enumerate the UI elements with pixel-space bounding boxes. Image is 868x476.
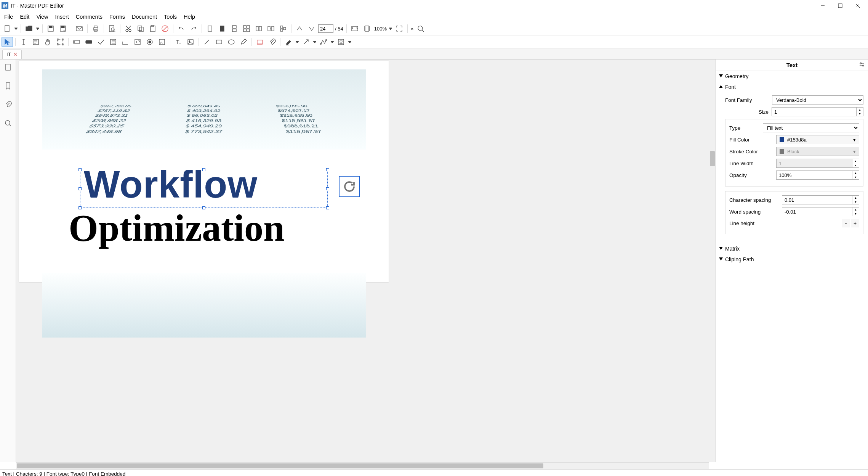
rotate-handle[interactable] bbox=[339, 176, 360, 197]
fill-color-button[interactable]: #153d8a▾ bbox=[776, 135, 859, 144]
print-icon[interactable] bbox=[90, 24, 101, 34]
resize-handle-b[interactable] bbox=[202, 206, 205, 209]
resize-handle-l[interactable] bbox=[78, 187, 82, 190]
radio-icon[interactable] bbox=[144, 37, 155, 47]
menu-file[interactable]: File bbox=[1, 12, 16, 21]
resize-handle-bl[interactable] bbox=[78, 206, 82, 209]
tab-close-icon[interactable]: ✕ bbox=[13, 51, 18, 57]
new-file-icon[interactable] bbox=[2, 24, 13, 34]
arrow-tool-icon[interactable] bbox=[300, 37, 312, 47]
open-folder-icon[interactable] bbox=[23, 24, 35, 34]
email-icon[interactable] bbox=[74, 24, 85, 34]
organize-icon[interactable] bbox=[277, 24, 289, 34]
vertical-scrollbar[interactable] bbox=[709, 60, 716, 462]
selection-box[interactable] bbox=[80, 170, 328, 208]
edit-object-icon[interactable] bbox=[54, 37, 66, 47]
font-family-select[interactable]: Verdana-Bold bbox=[772, 95, 863, 105]
resize-handle-tr[interactable] bbox=[326, 168, 329, 171]
text-cursor-icon[interactable] bbox=[18, 37, 29, 47]
single-page-icon[interactable] bbox=[204, 24, 216, 34]
pages-panel-icon[interactable] bbox=[4, 63, 12, 72]
combobox-icon[interactable] bbox=[120, 37, 131, 47]
highlight-dropdown[interactable] bbox=[295, 40, 299, 43]
link-tool-icon[interactable] bbox=[254, 37, 266, 47]
rectangle-tool-icon[interactable] bbox=[213, 37, 225, 47]
text-field-icon[interactable] bbox=[71, 37, 82, 47]
text-optimization[interactable]: Optimization bbox=[69, 206, 285, 250]
word-spacing-input[interactable] bbox=[782, 207, 852, 216]
line-height-increase[interactable]: + bbox=[851, 219, 859, 227]
pencil-tool-icon[interactable] bbox=[238, 37, 249, 47]
polyline-dropdown[interactable] bbox=[330, 40, 335, 43]
combo-drop-icon[interactable] bbox=[132, 37, 143, 47]
two-up-icon[interactable] bbox=[265, 24, 277, 34]
search-panel-icon[interactable] bbox=[4, 119, 12, 128]
stamp-dropdown[interactable] bbox=[348, 40, 352, 43]
menu-edit[interactable]: Edit bbox=[16, 12, 33, 21]
line-height-decrease[interactable]: - bbox=[842, 219, 850, 227]
single-page-filled-icon[interactable] bbox=[216, 24, 228, 34]
fit-width-icon[interactable] bbox=[361, 24, 373, 34]
fit-page-icon[interactable] bbox=[349, 24, 360, 34]
attachment-icon[interactable] bbox=[266, 37, 278, 47]
next-page-icon[interactable] bbox=[306, 24, 317, 34]
ellipse-tool-icon[interactable] bbox=[226, 37, 237, 47]
open-dropdown[interactable] bbox=[35, 27, 40, 30]
hand-tool-icon[interactable] bbox=[42, 37, 54, 47]
canvas[interactable]: $967,766.05$767,119.82$549,573.31$208,95… bbox=[16, 60, 716, 462]
resize-handle-tl[interactable] bbox=[78, 168, 82, 171]
character-spacing-input[interactable] bbox=[782, 195, 852, 204]
attachments-panel-icon[interactable] bbox=[4, 101, 12, 109]
stamp-icon[interactable] bbox=[335, 37, 347, 47]
new-file-dropdown[interactable] bbox=[14, 27, 18, 30]
horizontal-scrollbar[interactable] bbox=[16, 462, 709, 469]
copy-icon[interactable] bbox=[135, 24, 146, 34]
resize-handle-t[interactable] bbox=[202, 168, 205, 171]
redo-icon[interactable] bbox=[188, 24, 199, 34]
section-matrix[interactable]: Matrix bbox=[716, 243, 868, 254]
cut-icon[interactable] bbox=[123, 24, 134, 34]
tab-it[interactable]: IT ✕ bbox=[2, 50, 22, 59]
menu-insert[interactable]: Insert bbox=[52, 12, 72, 21]
save-as-icon[interactable] bbox=[57, 24, 69, 34]
polyline-tool-icon[interactable] bbox=[318, 37, 329, 47]
insert-text-icon[interactable]: T+ bbox=[173, 37, 184, 47]
undo-icon[interactable] bbox=[176, 24, 187, 34]
page-number-input[interactable] bbox=[318, 24, 333, 33]
panel-settings-icon[interactable] bbox=[859, 61, 865, 69]
facing-icon[interactable] bbox=[241, 24, 252, 34]
button-form-icon[interactable] bbox=[83, 37, 94, 47]
resize-handle-r[interactable] bbox=[326, 187, 329, 190]
edit-text-icon[interactable] bbox=[30, 37, 42, 47]
close-button[interactable] bbox=[849, 0, 866, 11]
zoom-dropdown[interactable] bbox=[388, 27, 393, 30]
menu-help[interactable]: Help bbox=[180, 12, 199, 21]
arrow-dropdown[interactable] bbox=[312, 40, 317, 43]
save-icon[interactable] bbox=[45, 24, 56, 34]
menu-document[interactable]: Document bbox=[128, 12, 160, 21]
overflow-chevron[interactable]: » bbox=[410, 26, 414, 32]
highlight-icon[interactable] bbox=[283, 37, 294, 47]
menu-tools[interactable]: Tools bbox=[160, 12, 180, 21]
menu-comments[interactable]: Comments bbox=[72, 12, 106, 21]
section-geometry[interactable]: Geometry bbox=[716, 71, 868, 82]
continuous-icon[interactable] bbox=[229, 24, 240, 34]
resize-handle-br[interactable] bbox=[326, 206, 329, 209]
document-page[interactable]: $967,766.05$767,119.82$549,573.31$208,95… bbox=[19, 61, 389, 282]
size-input[interactable] bbox=[772, 107, 857, 116]
select-tool-icon[interactable] bbox=[2, 37, 13, 47]
opacity-input[interactable] bbox=[776, 170, 852, 180]
section-font[interactable]: Font bbox=[716, 82, 868, 92]
insert-image-icon[interactable]: + bbox=[185, 37, 196, 47]
prev-page-icon[interactable] bbox=[294, 24, 305, 34]
paste-icon[interactable] bbox=[147, 24, 159, 34]
section-cliping-path[interactable]: Cliping Path bbox=[716, 254, 868, 265]
menu-forms[interactable]: Forms bbox=[106, 12, 128, 21]
bookmarks-panel-icon[interactable] bbox=[4, 82, 12, 91]
line-tool-icon[interactable] bbox=[201, 37, 213, 47]
type-select[interactable]: Fill text bbox=[763, 123, 859, 132]
search-page-icon[interactable] bbox=[106, 24, 118, 34]
fullscreen-icon[interactable] bbox=[394, 24, 405, 34]
prohibit-icon[interactable] bbox=[159, 24, 171, 34]
zoom-tool-icon[interactable] bbox=[415, 24, 426, 34]
